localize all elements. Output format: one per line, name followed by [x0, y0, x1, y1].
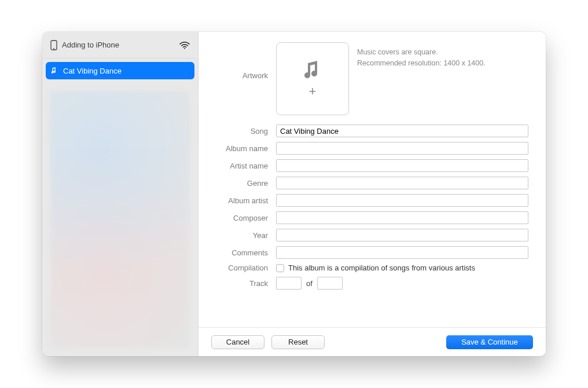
genre-label: Genre	[212, 179, 268, 188]
album-name-input[interactable]	[276, 142, 528, 155]
artwork-hint: Music covers are square. Recommended res…	[357, 47, 486, 69]
sidebar: Adding to iPhone Cat Vibing Dance	[42, 32, 199, 356]
svg-point-2	[184, 47, 185, 49]
song-label: Song	[212, 127, 268, 136]
footer: Cancel Reset Save & Continue	[199, 327, 546, 356]
song-list-item[interactable]: Cat Vibing Dance	[46, 62, 194, 79]
compilation-checkbox[interactable]	[276, 264, 284, 272]
album-artist-label: Album artist	[212, 196, 268, 205]
track-label: Track	[212, 279, 268, 288]
content-pane: Artwork + Music covers are square. Recom…	[199, 32, 546, 356]
compilation-label: Compilation	[212, 263, 268, 272]
compilation-checkbox-label: This album is a compilation of songs fro…	[288, 263, 475, 272]
composer-input[interactable]	[276, 211, 528, 224]
track-number-input[interactable]	[276, 277, 302, 290]
album-artist-input[interactable]	[276, 194, 528, 207]
music-note-icon	[52, 67, 57, 74]
device-label-text: Adding to iPhone	[62, 41, 119, 49]
save-continue-button[interactable]: Save & Continue	[446, 335, 533, 349]
cancel-button[interactable]: Cancel	[211, 335, 264, 349]
music-note-icon	[304, 60, 321, 79]
artwork-label: Artwork	[212, 42, 268, 80]
track-total-input[interactable]	[317, 277, 343, 290]
sidebar-header: Adding to iPhone	[42, 32, 198, 58]
svg-point-1	[53, 48, 54, 49]
artwork-hint-line2: Recommended resolution: 1400 x 1400.	[357, 58, 486, 69]
artwork-row: Artwork + Music covers are square. Recom…	[212, 42, 528, 115]
artwork-hint-line1: Music covers are square.	[357, 47, 486, 58]
year-label: Year	[212, 231, 268, 240]
form-area: Artwork + Music covers are square. Recom…	[199, 32, 546, 327]
album-name-label: Album name	[212, 144, 268, 153]
song-list-item-label: Cat Vibing Dance	[63, 67, 122, 75]
comments-input[interactable]	[276, 246, 528, 259]
year-input[interactable]	[276, 229, 528, 241]
artist-name-input[interactable]	[276, 159, 528, 172]
plus-icon: +	[309, 85, 317, 98]
track-of-label: of	[306, 279, 313, 288]
wifi-icon	[179, 41, 190, 49]
metadata-editor-window: Adding to iPhone Cat Vibing Dance	[42, 32, 546, 356]
genre-input[interactable]	[276, 177, 528, 189]
song-list: Cat Vibing Dance	[42, 58, 198, 83]
sidebar-background-preview	[50, 91, 190, 348]
artist-name-label: Artist name	[212, 162, 268, 170]
reset-button[interactable]: Reset	[271, 335, 325, 349]
artwork-dropzone[interactable]: +	[276, 42, 349, 115]
composer-label: Composer	[212, 214, 268, 222]
song-input[interactable]	[276, 125, 528, 137]
comments-label: Comments	[212, 248, 268, 257]
iphone-icon	[50, 40, 57, 50]
device-label: Adding to iPhone	[50, 40, 119, 50]
